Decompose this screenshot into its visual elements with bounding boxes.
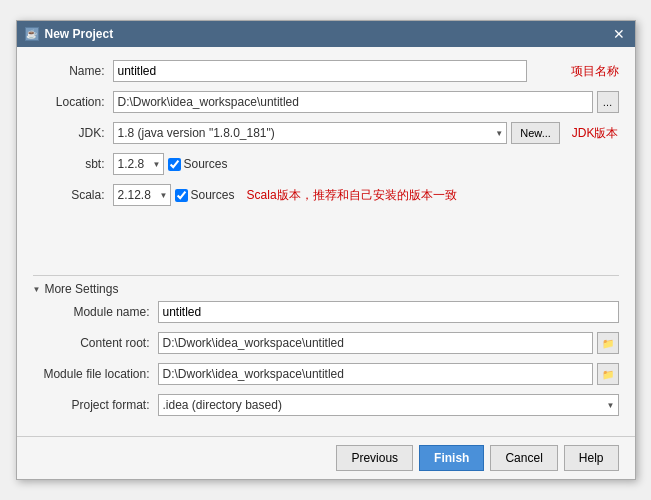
dialog-footer: Previous Finish Cancel Help	[17, 436, 635, 479]
sbt-select[interactable]: 1.2.8	[113, 153, 164, 175]
sbt-label: sbt:	[33, 157, 113, 171]
more-settings-toggle-icon: ▼	[33, 285, 41, 294]
content-root-control: 📁	[158, 332, 619, 354]
module-name-control	[158, 301, 619, 323]
body-spacer	[33, 214, 619, 269]
finish-button[interactable]: Finish	[419, 445, 484, 471]
jdk-new-button[interactable]: New...	[511, 122, 560, 144]
jdk-control-wrapper: 1.8 (java version "1.8.0_181") ▼ New... …	[113, 122, 619, 144]
name-annotation: 项目名称	[571, 63, 619, 80]
location-browse-button[interactable]: …	[597, 91, 619, 113]
location-label: Location:	[33, 95, 113, 109]
jdk-row: JDK: 1.8 (java version "1.8.0_181") ▼ Ne…	[33, 121, 619, 145]
scala-annotation: Scala版本，推荐和自己安装的版本一致	[247, 187, 457, 204]
sbt-select-wrapper: 1.2.8 ▼	[113, 153, 164, 175]
jdk-label: JDK:	[33, 126, 113, 140]
module-file-label: Module file location:	[33, 367, 158, 381]
module-file-control: 📁	[158, 363, 619, 385]
sbt-sources-label[interactable]: Sources	[168, 157, 228, 171]
more-settings-content: Module name: Content root: 📁	[33, 300, 619, 417]
project-format-label: Project format:	[33, 398, 158, 412]
content-root-browse-button[interactable]: 📁	[597, 332, 619, 354]
scala-row: Scala: 2.12.8 ▼ Sources Scala版本，推荐和自己安装的…	[33, 183, 619, 207]
title-bar: ☕ New Project ✕	[17, 21, 635, 47]
new-project-dialog: ☕ New Project ✕ Name: 项目名称 Location: …	[16, 20, 636, 480]
more-settings-section: ▼ More Settings Module name: Content roo…	[33, 275, 619, 424]
name-control-wrapper: 项目名称	[113, 60, 619, 82]
sbt-control-wrapper: 1.2.8 ▼ Sources	[113, 153, 619, 175]
project-format-select-wrapper: .idea (directory based) ▼	[158, 394, 619, 416]
folder-icon: 📁	[602, 338, 614, 349]
sbt-row: sbt: 1.2.8 ▼ Sources	[33, 152, 619, 176]
previous-button[interactable]: Previous	[336, 445, 413, 471]
name-input[interactable]	[113, 60, 527, 82]
scala-control-wrapper: 2.12.8 ▼ Sources Scala版本，推荐和自己安装的版本一致	[113, 184, 619, 206]
module-name-label: Module name:	[33, 305, 158, 319]
location-input[interactable]	[113, 91, 593, 113]
scala-label: Scala:	[33, 188, 113, 202]
module-file-browse-button[interactable]: 📁	[597, 363, 619, 385]
content-root-input[interactable]	[158, 332, 593, 354]
scala-sources-text: Sources	[191, 188, 235, 202]
location-control-wrapper: …	[113, 91, 619, 113]
title-bar-left: ☕ New Project	[25, 27, 114, 41]
module-file-row: Module file location: 📁	[33, 362, 619, 386]
sbt-sources-checkbox[interactable]	[168, 158, 181, 171]
project-format-row: Project format: .idea (directory based) …	[33, 393, 619, 417]
project-format-control: .idea (directory based) ▼	[158, 394, 619, 416]
dialog-icon: ☕	[25, 27, 39, 41]
location-row: Location: …	[33, 90, 619, 114]
scala-select[interactable]: 2.12.8	[113, 184, 171, 206]
sbt-sources-text: Sources	[184, 157, 228, 171]
more-settings-label: More Settings	[44, 282, 118, 296]
jdk-select[interactable]: 1.8 (java version "1.8.0_181")	[113, 122, 508, 144]
content-root-row: Content root: 📁	[33, 331, 619, 355]
project-format-select[interactable]: .idea (directory based)	[158, 394, 619, 416]
name-row: Name: 项目名称	[33, 59, 619, 83]
module-name-row: Module name:	[33, 300, 619, 324]
close-button[interactable]: ✕	[611, 26, 627, 42]
folder2-icon: 📁	[602, 369, 614, 380]
help-button[interactable]: Help	[564, 445, 619, 471]
jdk-annotation: JDK版本	[572, 125, 619, 142]
module-name-input[interactable]	[158, 301, 619, 323]
scala-sources-checkbox[interactable]	[175, 189, 188, 202]
dialog-body: Name: 项目名称 Location: … JDK: 1.8 (ja	[17, 47, 635, 436]
name-label: Name:	[33, 64, 113, 78]
module-file-input[interactable]	[158, 363, 593, 385]
scala-select-wrapper: 2.12.8 ▼	[113, 184, 171, 206]
cancel-button[interactable]: Cancel	[490, 445, 557, 471]
jdk-select-wrapper: 1.8 (java version "1.8.0_181") ▼	[113, 122, 508, 144]
dialog-title: New Project	[45, 27, 114, 41]
content-root-label: Content root:	[33, 336, 158, 350]
scala-sources-label[interactable]: Sources	[175, 188, 235, 202]
more-settings-header[interactable]: ▼ More Settings	[33, 276, 619, 300]
